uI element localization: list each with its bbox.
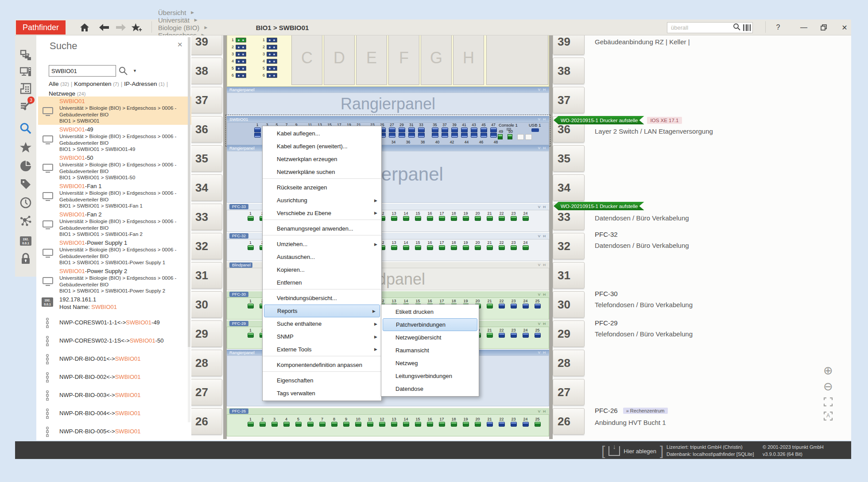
- switch-port-icon[interactable]: [480, 127, 487, 132]
- search-icon[interactable]: [733, 23, 740, 32]
- zoom-out-icon[interactable]: ⊖: [820, 380, 836, 393]
- context-menu-item[interactable]: Rückseite anzeigen: [263, 181, 381, 194]
- usb-port-icon[interactable]: [531, 128, 539, 132]
- home-icon[interactable]: [79, 22, 90, 33]
- submenu-item[interactable]: Raumansicht: [381, 344, 479, 357]
- search-module-icon[interactable]: [19, 122, 32, 135]
- patch-port-icon[interactable]: [463, 216, 469, 221]
- fiber-port[interactable]: [267, 73, 277, 78]
- fiber-port[interactable]: [267, 59, 277, 64]
- drop-zone[interactable]: [ Hier ablegen ]: [601, 443, 663, 459]
- patch-port-icon[interactable]: [451, 422, 457, 427]
- switch-port-icon[interactable]: [480, 133, 487, 138]
- context-menu-item[interactable]: Ausrichtung▶: [263, 194, 381, 207]
- patch-port-icon[interactable]: [427, 422, 433, 427]
- filter-tab[interactable]: Alle (32)|: [49, 81, 74, 87]
- network-graph-icon[interactable]: [19, 215, 32, 227]
- switch-port-icon[interactable]: [418, 127, 425, 132]
- minimize-button[interactable]: —: [797, 21, 810, 34]
- app-logo[interactable]: Pathfinder: [16, 20, 66, 35]
- tags-icon[interactable]: [19, 178, 32, 190]
- patch-port-icon[interactable]: [511, 333, 517, 338]
- switch-port-icon[interactable]: [399, 127, 405, 132]
- patch-port-icon[interactable]: [403, 245, 409, 250]
- patch-port-icon[interactable]: [248, 304, 254, 308]
- patch-port-icon[interactable]: [248, 216, 254, 221]
- search-result-netzweg[interactable]: NWP-DR-BIO-003<->SWBIO01: [38, 387, 191, 405]
- floorplan-icon[interactable]: [19, 82, 32, 95]
- patch-port-icon[interactable]: [427, 245, 433, 250]
- submenu-item[interactable]: Etikett drucken: [381, 305, 479, 318]
- patch-port-icon[interactable]: [499, 216, 505, 221]
- switch-port-icon[interactable]: [471, 127, 477, 132]
- fiber-port[interactable]: [236, 45, 246, 50]
- switch-port-icon[interactable]: [490, 127, 497, 132]
- patch-port-icon[interactable]: [535, 422, 541, 427]
- patch-port-icon[interactable]: [379, 422, 385, 427]
- patch-port-icon[interactable]: [415, 216, 421, 221]
- patch-port-icon[interactable]: [523, 304, 529, 308]
- auto-label-icon[interactable]: A: [824, 412, 833, 420]
- ip-addresses-icon[interactable]: 192.0.0.1: [20, 236, 31, 246]
- submenu-item[interactable]: Leitungsverbindungen: [381, 370, 479, 382]
- context-menu-item[interactable]: Komponentendefinition anpassen: [263, 359, 381, 372]
- patch-port-icon[interactable]: [511, 422, 517, 427]
- pfc26-header[interactable]: PFC-26V H: [227, 408, 549, 414]
- rangierpanel-1-body[interactable]: Rangierpanel: [227, 93, 549, 115]
- panel-close-icon[interactable]: ✕: [177, 41, 183, 49]
- patch-port-icon[interactable]: [427, 216, 433, 221]
- fiber-port[interactable]: [236, 59, 246, 64]
- patch-port-icon[interactable]: [511, 304, 517, 308]
- switch-port-icon[interactable]: [461, 127, 468, 132]
- patch-port-icon[interactable]: [391, 422, 397, 427]
- restore-button[interactable]: [817, 21, 830, 34]
- filter-tab[interactable]: Netzwege (24): [49, 90, 85, 97]
- search-result-item[interactable]: SWBIO01-50 Universität > Biologie (BIO) …: [38, 153, 191, 181]
- fiber-cell[interactable]: E: [356, 35, 387, 85]
- patch-port-icon[interactable]: [463, 422, 469, 427]
- search-submit-icon[interactable]: [119, 66, 128, 77]
- patch-port-icon[interactable]: [439, 216, 445, 221]
- patch-port-icon[interactable]: [355, 422, 361, 427]
- topology-icon[interactable]: [19, 49, 32, 62]
- patch-port-icon[interactable]: [499, 245, 505, 250]
- patch-port-icon[interactable]: [248, 422, 254, 427]
- patch-port-icon[interactable]: [487, 216, 493, 221]
- breadcrumb-link[interactable]: Biologie (BIO): [158, 24, 199, 31]
- patch-port-icon[interactable]: [487, 422, 493, 427]
- context-menu-item[interactable]: Suche enthaltene▶: [263, 317, 381, 330]
- search-result-item[interactable]: SWBIO01-Power Supply 1 Universität > Bio…: [38, 238, 191, 266]
- switch-header[interactable]: SWBIO01V H: [227, 116, 549, 122]
- patch-port-icon[interactable]: [331, 422, 337, 427]
- statistics-pie-icon[interactable]: [19, 160, 32, 172]
- back-icon[interactable]: [98, 22, 110, 33]
- patch-port-icon[interactable]: [283, 422, 290, 427]
- help-button[interactable]: ?: [771, 21, 785, 34]
- patch-port-icon[interactable]: [511, 216, 517, 221]
- switch-port-icon[interactable]: [254, 127, 261, 132]
- filter-tab[interactable]: Komponenten (7)|: [74, 81, 124, 87]
- patch-port-icon[interactable]: [439, 422, 445, 427]
- patch-port-icon[interactable]: [487, 304, 493, 308]
- context-menu-item[interactable]: Tags verwalten: [263, 387, 381, 400]
- search-result-item[interactable]: SWBIO01 Universität > Biologie (BIO) > E…: [38, 96, 191, 125]
- switch-port-icon[interactable]: [254, 133, 261, 138]
- context-menu-item[interactable]: Netzwerkpläne suchen: [263, 166, 381, 179]
- breadcrumb-link[interactable]: Universität: [158, 16, 190, 24]
- patch-port-icon[interactable]: [487, 333, 493, 338]
- patch-port-icon[interactable]: [487, 245, 493, 250]
- patch-port-icon[interactable]: [439, 245, 445, 250]
- patch-port-icon[interactable]: [451, 216, 457, 221]
- patch-port-icon[interactable]: [523, 333, 529, 338]
- patch-port-icon[interactable]: [499, 304, 505, 308]
- patch-port-icon[interactable]: [499, 333, 505, 338]
- switch-port-icon[interactable]: [451, 127, 458, 132]
- global-search-input[interactable]: [671, 24, 733, 31]
- favorite-add-icon[interactable]: [131, 22, 143, 33]
- forward-icon[interactable]: [115, 22, 127, 33]
- patch-port-icon[interactable]: [403, 422, 409, 427]
- context-menu-item[interactable]: Kabel auflegen (erweitert)...: [263, 140, 381, 153]
- search-result-item[interactable]: SWBIO01-Fan 1 Universität > Biologie (BI…: [38, 181, 191, 210]
- empty-slot[interactable]: [525, 134, 532, 140]
- switch-port-icon[interactable]: [442, 133, 448, 138]
